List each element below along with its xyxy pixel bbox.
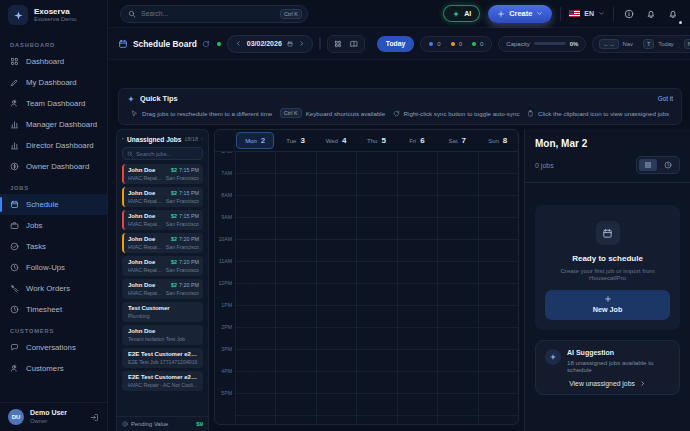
sync-icon	[393, 110, 400, 117]
job-card[interactable]: John Doe$27:15 PM HVAC Repair 1771470957…	[122, 210, 203, 230]
nav-section-customers: CUSTOMERS	[0, 320, 107, 337]
job-card[interactable]: John Doe$27:20 PM HVAC Repair 1771471206…	[122, 233, 203, 253]
day-header-wed[interactable]: Wed4	[317, 132, 355, 149]
day-column-sun[interactable]	[478, 152, 518, 424]
job-card[interactable]: Test Customer Plumbing	[122, 302, 203, 322]
board-row: Unassigned Jobs 18/18 John Doe$27:15 PM …	[114, 129, 690, 431]
week-view-tab[interactable]: Week view	[320, 38, 321, 49]
day-column-sat[interactable]	[437, 152, 477, 424]
day-header-fri[interactable]: Fri6	[398, 132, 436, 149]
day-column-thu[interactable]	[356, 152, 396, 424]
pending-value-amount: $9	[196, 421, 203, 427]
quick-tips-banner: Quick Tips Got it Drag jobs to reschedul…	[118, 88, 682, 125]
calendar-icon	[118, 39, 128, 49]
clock-icon	[10, 263, 19, 272]
sidebar-item-my-dashboard[interactable]: My Dashboard	[0, 72, 107, 93]
notifications-button[interactable]	[666, 7, 680, 21]
day-jobs-count: 0 jobs	[535, 162, 554, 169]
view-toggle: Week view Month view	[319, 37, 321, 50]
sidebar-item-timesheet[interactable]: Timesheet	[0, 299, 107, 320]
map-layout-button[interactable]	[347, 38, 361, 50]
sidebar-item-customers[interactable]: Customers	[0, 358, 107, 379]
brand[interactable]: Exoserva Exoserva Demo	[0, 0, 107, 30]
calendar-icon	[10, 200, 19, 209]
job-card[interactable]: E2E Test Customer e2e-cust-17714... E2E …	[122, 348, 203, 368]
sidebar-item-manager-dashboard[interactable]: Manager Dashboard	[0, 114, 107, 135]
user-menu[interactable]: DU Demo User Owner	[0, 402, 107, 431]
day-header-tue[interactable]: Tue3	[276, 132, 314, 149]
job-card[interactable]: John Doe$27:20 PM HVAC Repair 1771471206…	[122, 279, 203, 299]
day-header-sun[interactable]: Sun8	[479, 132, 517, 149]
jobs-search-input[interactable]	[136, 151, 198, 157]
view-unassigned-link[interactable]: View unassigned jobs	[545, 380, 670, 387]
logout-icon[interactable]	[90, 413, 99, 422]
day-column-mon[interactable]	[235, 152, 275, 424]
ai-button[interactable]: AI	[443, 5, 480, 22]
clipboard-icon	[527, 110, 534, 117]
day-column-tue[interactable]	[275, 152, 315, 424]
time-axis: 6AM 7AM 8AM 9AM 10AM 11AM 12PM 1PM 2PM 3…	[215, 152, 235, 424]
pending-value-footer: Pending Value $9	[117, 416, 208, 431]
sidebar-item-jobs[interactable]: Jobs	[0, 215, 107, 236]
clock-icon	[10, 305, 19, 314]
jobs-search[interactable]	[122, 147, 203, 160]
day-column-fri[interactable]	[397, 152, 437, 424]
sidebar-item-owner-dashboard[interactable]: Owner Dashboard	[0, 156, 107, 177]
calendar-icon[interactable]	[287, 41, 293, 47]
current-date[interactable]: 03/02/2026	[247, 40, 282, 47]
ctrl-k-badge: Ctrl K	[280, 108, 302, 118]
day-header-mon[interactable]: Mon2	[236, 132, 274, 149]
briefcase-icon	[10, 221, 19, 230]
sidebar-item-team-dashboard[interactable]: Team Dashboard	[0, 93, 107, 114]
pencil-icon	[10, 78, 19, 87]
info-icon	[122, 421, 128, 427]
language-selector[interactable]: EN	[569, 10, 605, 17]
day-column-wed[interactable]	[316, 152, 356, 424]
help-button[interactable]	[622, 7, 636, 21]
create-button[interactable]: Create	[488, 5, 552, 23]
chevron-left-icon[interactable]	[235, 40, 242, 47]
content-area: Quick Tips Got it Drag jobs to reschedul…	[108, 60, 690, 431]
sidebar-item-conversations[interactable]: Conversations	[0, 337, 107, 358]
day-header-thu[interactable]: Thu5	[357, 132, 395, 149]
new-job-button[interactable]: New Job	[545, 290, 670, 320]
timeline-view-button[interactable]	[659, 159, 677, 171]
sidebar-item-schedule[interactable]: Schedule	[0, 194, 107, 215]
job-card[interactable]: John Doe Tenant Isolation Test Job	[122, 325, 203, 345]
day-header-sat[interactable]: Sat7	[438, 132, 476, 149]
sidebar-item-director-dashboard[interactable]: Director Dashboard	[0, 135, 107, 156]
list-view-button[interactable]	[639, 159, 657, 171]
alerts-button[interactable]	[644, 7, 658, 21]
sync-button-icon[interactable]	[202, 40, 210, 48]
sidebar: Exoserva Exoserva Demo DASHBOARD Dashboa…	[0, 0, 108, 431]
job-card[interactable]: John Doe$27:15 PM HVAC Repair 1771470957…	[122, 164, 203, 184]
ai-suggestion-text: 18 unassigned jobs available to schedule	[567, 359, 670, 373]
global-search[interactable]: Ctrl K	[120, 5, 308, 23]
search-input[interactable]	[141, 10, 275, 17]
sync-status-dot	[217, 42, 221, 46]
empty-state-card: Ready to schedule Create your first job …	[535, 205, 680, 330]
grid-layout-button[interactable]	[331, 38, 345, 50]
job-card[interactable]: E2E Test Customer e2e-cust-17714... HVAC…	[122, 371, 203, 391]
sidebar-nav: DASHBOARD Dashboard My Dashboard Team Da…	[0, 30, 107, 402]
blue-status-dot	[429, 42, 433, 46]
brand-subtitle: Exoserva Demo	[34, 16, 77, 23]
sidebar-item-work-orders[interactable]: Work Orders	[0, 278, 107, 299]
job-card[interactable]: John Doe$27:15 PM HVAC Repair 1771470957…	[122, 187, 203, 207]
close-icon[interactable]	[201, 135, 203, 143]
sidebar-item-dashboard[interactable]: Dashboard	[0, 51, 107, 72]
got-it-button[interactable]: Got it	[658, 95, 673, 102]
calendar-day-header: Mon2 Tue3 Wed4 Thu5 Fri6 Sat7 Sun8	[215, 130, 518, 152]
unassigned-job-list[interactable]: John Doe$27:15 PM HVAC Repair 1771470957…	[117, 164, 208, 416]
user-role: Owner	[30, 418, 67, 425]
tip-clipboard: Click the clipboard icon to view unassig…	[527, 110, 669, 117]
separator	[678, 35, 680, 53]
chevron-right-icon[interactable]	[298, 40, 305, 47]
time-gutter	[215, 130, 235, 151]
separator	[466, 35, 468, 53]
sidebar-item-tasks[interactable]: Tasks	[0, 236, 107, 257]
job-card[interactable]: John Doe$27:20 PM HVAC Repair 1771471206…	[122, 256, 203, 276]
sidebar-item-follow-ups[interactable]: Follow-Ups	[0, 257, 107, 278]
today-button[interactable]: Today	[377, 36, 415, 52]
sparkle-icon	[127, 95, 135, 103]
